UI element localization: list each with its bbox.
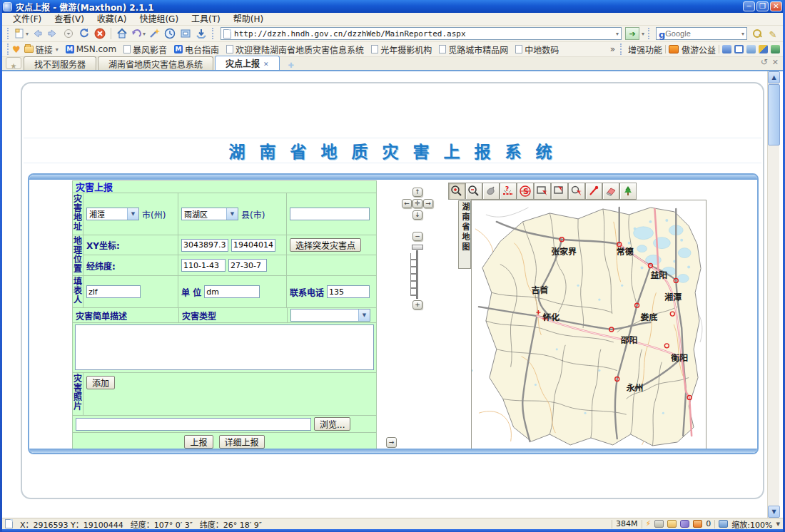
menu-tools[interactable]: 工具(T) bbox=[185, 13, 227, 26]
refresh-button[interactable] bbox=[77, 26, 91, 41]
x-coordinate-input[interactable] bbox=[181, 239, 228, 252]
map-tool-full-extent[interactable] bbox=[619, 183, 637, 200]
charity-link[interactable]: 傲游公益 bbox=[682, 44, 716, 56]
chevron-down-icon[interactable] bbox=[226, 208, 238, 220]
undo-caret-icon[interactable]: ▾ bbox=[143, 31, 146, 37]
detailed-report-button[interactable]: 详细上报 bbox=[219, 435, 265, 449]
description-textarea[interactable] bbox=[75, 324, 374, 370]
maximize-button[interactable]: ❐ bbox=[756, 1, 769, 11]
favorites-icon[interactable] bbox=[12, 44, 21, 55]
pan-center-button[interactable]: ✛ bbox=[412, 199, 422, 208]
zoom-caret-icon[interactable] bbox=[776, 519, 780, 528]
map-tool-measure[interactable]: ? bbox=[500, 183, 517, 200]
bookmarks-overflow-icon[interactable] bbox=[610, 44, 615, 54]
vertical-scrollbar[interactable]: ▲ ▼ bbox=[767, 71, 779, 518]
enhanced-features-link[interactable]: 增强功能 bbox=[628, 44, 662, 56]
bookmark-item[interactable]: 中地数码 bbox=[512, 44, 562, 56]
map-tool-zoom-out[interactable] bbox=[465, 183, 482, 200]
tab-server-not-found[interactable]: 找不到服务器 bbox=[24, 56, 96, 70]
menu-view[interactable]: 查看(V) bbox=[48, 13, 91, 26]
menu-favorites[interactable]: 收藏(A) bbox=[91, 13, 133, 26]
highlight-button[interactable] bbox=[766, 26, 780, 41]
pick-disaster-point-button[interactable]: 选择突发灾害点 bbox=[290, 238, 361, 252]
zoom-in-step-button[interactable]: + bbox=[412, 300, 422, 310]
paint-icon[interactable] bbox=[759, 45, 768, 53]
menu-help[interactable]: 帮助(H) bbox=[227, 13, 270, 26]
bookmark-item[interactable]: 光年摄影机构 bbox=[368, 44, 435, 56]
map-tool-select-rect[interactable] bbox=[534, 183, 551, 200]
history-button[interactable] bbox=[163, 26, 177, 41]
new-tab-button[interactable]: ▾ bbox=[14, 26, 29, 41]
collapse-panel-button[interactable] bbox=[386, 437, 397, 448]
pan-left-button[interactable]: ← bbox=[402, 199, 412, 208]
tab-disaster-report[interactable]: 灾点上报 bbox=[215, 56, 280, 70]
tab-list-button[interactable] bbox=[6, 57, 21, 69]
browse-button[interactable]: 浏览... bbox=[314, 417, 350, 431]
map-tool-pan[interactable] bbox=[482, 183, 500, 200]
forward-button[interactable] bbox=[46, 26, 60, 41]
zoom-slider-handle[interactable] bbox=[412, 245, 423, 250]
new-tab-caret-icon[interactable]: ▾ bbox=[26, 31, 29, 37]
home-button[interactable] bbox=[115, 26, 129, 41]
add-photo-button[interactable]: 添加 bbox=[86, 376, 115, 389]
menu-file[interactable]: 文件(F) bbox=[6, 13, 48, 26]
submit-report-button[interactable]: 上报 bbox=[184, 435, 213, 449]
notes-icon[interactable] bbox=[746, 45, 756, 53]
bookmark-item[interactable]: 觅路城市精品网 bbox=[435, 44, 512, 56]
download-button[interactable] bbox=[194, 26, 208, 41]
map-tool-sql-query[interactable]: S bbox=[517, 183, 534, 200]
window-mode-icon[interactable] bbox=[734, 45, 744, 53]
bookmarks-grip[interactable] bbox=[7, 44, 10, 55]
scroll-up-arrow[interactable]: ▲ bbox=[768, 71, 780, 83]
magic-fill-button[interactable] bbox=[147, 26, 161, 41]
bookmark-item[interactable]: 暴风影音 bbox=[120, 44, 171, 56]
history-dropdown-button[interactable] bbox=[61, 26, 76, 41]
proxy-icon[interactable] bbox=[722, 45, 731, 53]
minimize-button[interactable]: ─ bbox=[743, 1, 755, 11]
map-tool-select-circle[interactable] bbox=[568, 183, 585, 200]
plugins-grip[interactable] bbox=[620, 44, 623, 55]
windows-icon[interactable] bbox=[654, 520, 664, 528]
bookmark-folder-links[interactable]: 链接 ▾ bbox=[21, 44, 62, 56]
close-button[interactable]: ✕ bbox=[770, 1, 782, 11]
go-button[interactable] bbox=[625, 27, 639, 40]
undo-button[interactable]: ▾ bbox=[131, 26, 146, 41]
y-coordinate-input[interactable] bbox=[231, 239, 275, 252]
bookmark-item[interactable]: MSN.com bbox=[62, 44, 120, 54]
map-tool-add-point[interactable] bbox=[585, 183, 602, 200]
pan-right-button[interactable]: → bbox=[423, 199, 433, 208]
search-go-button[interactable] bbox=[750, 26, 764, 41]
city-select[interactable]: 湘潭 bbox=[86, 208, 139, 220]
map-tool-eraser[interactable] bbox=[602, 183, 619, 200]
search-box[interactable]: ▾ bbox=[656, 27, 747, 40]
county-select[interactable]: 雨湖区 bbox=[181, 208, 238, 220]
latitude-input[interactable] bbox=[228, 259, 267, 272]
chevron-down-icon[interactable] bbox=[127, 208, 138, 220]
back-button[interactable] bbox=[30, 26, 44, 41]
zoom-out-step-button[interactable]: − bbox=[412, 232, 422, 241]
tab-close-icon[interactable] bbox=[263, 58, 269, 68]
chevron-down-icon[interactable] bbox=[358, 310, 370, 321]
new-tab-plus-button[interactable] bbox=[284, 57, 298, 68]
reporter-name-input[interactable] bbox=[86, 285, 141, 298]
close-tab-icon[interactable] bbox=[772, 54, 779, 68]
map-tool-unselect-rect[interactable] bbox=[551, 183, 568, 200]
phone-input[interactable] bbox=[327, 285, 370, 298]
search-input[interactable] bbox=[665, 29, 741, 38]
pan-up-button[interactable]: ↑ bbox=[412, 188, 422, 197]
disaster-type-select[interactable] bbox=[290, 309, 370, 322]
pan-down-button[interactable]: ↓ bbox=[412, 210, 422, 220]
menu-groups[interactable]: 快捷组(G) bbox=[133, 13, 185, 26]
popup-blocker-icon[interactable] bbox=[693, 520, 702, 528]
map-tool-zoom-in[interactable] bbox=[448, 183, 465, 200]
bookmark-item[interactable]: 电台指南 bbox=[171, 44, 223, 56]
map-canvas[interactable]: 张家界常德益阳湘潭吉首怀化娄底邵阳衡阳永州 bbox=[471, 200, 706, 449]
search-caret-icon[interactable]: ▾ bbox=[741, 31, 744, 37]
reopen-tab-icon[interactable] bbox=[761, 54, 768, 68]
address-caret-icon[interactable]: ▾ bbox=[616, 31, 619, 37]
boost-icon[interactable] bbox=[646, 519, 652, 528]
addressbar-grip[interactable] bbox=[212, 28, 215, 39]
address-detail-input[interactable] bbox=[290, 208, 370, 220]
tab-hunan-geohazard-info[interactable]: 湖南省地质灾害信息系统 bbox=[98, 56, 213, 70]
skin-icon[interactable] bbox=[771, 45, 780, 53]
